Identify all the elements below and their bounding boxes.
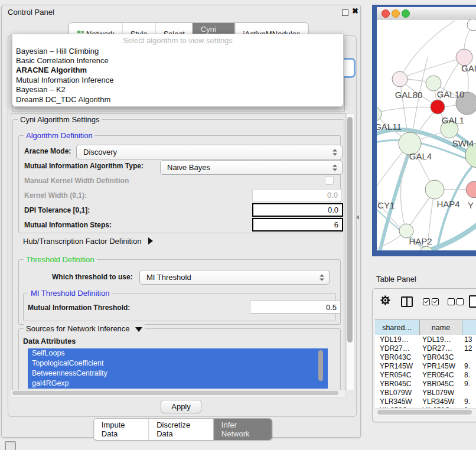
zoom-traffic-light-icon[interactable] — [402, 9, 410, 18]
attribute-selfloops[interactable]: SelfLoops — [28, 348, 328, 358]
node-label: GAL80 — [395, 90, 423, 100]
cell: YDR27… — [375, 344, 420, 353]
table-row[interactable]: YPR145WYPR145W9. — [375, 361, 476, 370]
network-edge[interactable] — [377, 107, 435, 113]
algorithm-option-bayesian-k2[interactable]: Bayesian – K2 — [12, 85, 343, 94]
network-node-gal1-red[interactable] — [431, 100, 445, 114]
apply-button[interactable]: Apply — [161, 400, 201, 413]
data-attributes-list[interactable]: SelfLoopsTopologicalCoefficientBetweenne… — [28, 348, 328, 389]
mi-threshold-field[interactable]: 0.5 — [250, 301, 341, 314]
network-window-titlebar[interactable] — [377, 7, 476, 19]
table-row[interactable]: YBL079WYBL079W — [375, 388, 476, 397]
manual-kernel-width-checkbox[interactable] — [325, 176, 334, 185]
control-panel-window: Control Panel ✖ NetworkStyleSelectCyni T… — [1, 5, 361, 438]
node-label: Y — [468, 200, 474, 210]
sources-legend[interactable]: Sources for Network Inference — [24, 324, 145, 333]
apply-button-label: Apply — [171, 402, 191, 411]
mi-steps-field[interactable]: 6 — [252, 218, 343, 231]
which-threshold-label: Which threshold to use: — [52, 273, 133, 281]
attribute-betweennesscentrality[interactable]: BetweennessCentrality — [28, 369, 328, 379]
network-canvas[interactable]: GALGAL80GAL10GAL11GAL1SWI4GAL4GCY1HAP4YH… — [377, 19, 476, 250]
minimize-traffic-light-icon[interactable] — [392, 9, 400, 18]
table-row[interactable]: YDL19…YDL19…13 — [375, 335, 476, 344]
tab-label: Infer Network — [221, 420, 264, 438]
network-node-salmon[interactable] — [466, 181, 476, 198]
tab-impute-data[interactable]: Impute Data — [94, 419, 148, 440]
close-icon[interactable]: ✖ — [352, 6, 358, 15]
settings-horizontal-scrollbar[interactable] — [11, 390, 346, 397]
column-header-name[interactable]: name — [420, 320, 462, 335]
node-label: HAP2 — [409, 236, 432, 246]
scrollbar-thumb[interactable] — [12, 391, 338, 395]
which-threshold-combobox[interactable]: MI Threshold — [139, 270, 330, 285]
network-node-gal11[interactable] — [377, 107, 382, 121]
mi-algorithm-type-value: Naive Bayes — [167, 163, 210, 172]
checked-checkbox-icon[interactable] — [423, 298, 430, 305]
cell: YER054C — [420, 371, 462, 379]
minimized-panel-icon[interactable] — [5, 441, 16, 450]
attributes-list-scrollbar[interactable] — [318, 350, 323, 381]
table-row[interactable]: YBR045CYBR045C9. — [375, 379, 476, 388]
mi-steps-label: Mutual Information Steps: — [24, 221, 112, 229]
column-header-shared[interactable]: shared… — [375, 320, 420, 335]
network-edge[interactable] — [401, 57, 464, 78]
scrollbar-thumb[interactable] — [377, 410, 472, 415]
dpi-tolerance-field[interactable]: 0.0 — [252, 203, 343, 217]
kernel-width-value: 0.0 — [327, 191, 338, 200]
table-row[interactable]: YER054CYER054C8. — [375, 370, 476, 379]
dpi-tolerance-value: 0.0 — [328, 206, 338, 214]
network-node-gal80[interactable] — [392, 71, 407, 87]
kernel-width-field[interactable]: 0.0 — [252, 189, 342, 201]
table-horizontal-scrollbar[interactable] — [375, 408, 476, 416]
network-graph: GALGAL80GAL10GAL11GAL1SWI4GAL4GCY1HAP4YH… — [377, 19, 476, 250]
algorithm-option-aracne-algorithm[interactable]: ARACNE Algorithm — [12, 66, 343, 75]
tab-infer-network[interactable]: Infer Network — [213, 419, 272, 440]
hub-definition-toggle[interactable]: Hub/Transcription Factor Definition — [23, 237, 153, 246]
kernel-width-label: Kernel Width (0,1): — [24, 191, 87, 200]
chevron-updown-icon — [319, 274, 324, 281]
table-mode-icon[interactable] — [469, 295, 476, 308]
table-toolbar — [373, 289, 476, 318]
column-layout-icon[interactable] — [401, 296, 413, 307]
network-edge[interactable] — [400, 80, 409, 141]
table-body: YDL19…YDL19…13YDR27…YDR27…12YBR043CYBR04… — [375, 335, 476, 408]
algorithm-option-dream8-dc-tdc-algorithm[interactable]: Dream8 DC_TDC Algorithm — [12, 94, 343, 104]
network-view-inner: GALGAL80GAL10GAL11GAL1SWI4GAL4GCY1HAP4YH… — [377, 7, 476, 250]
sources-legend-text: Sources for Network Inference — [26, 324, 130, 333]
unchecked-checkbox-icon[interactable] — [448, 298, 455, 305]
cell: YPR145W — [375, 362, 420, 370]
mi-threshold-label: Mutual Information Threshold: — [28, 304, 130, 312]
aracne-mode-value: Discovery — [83, 148, 117, 156]
cell: 9. — [462, 362, 476, 370]
cell: YBR043C — [375, 353, 420, 361]
attribute-gal4rgexp[interactable]: gal4RGexp — [28, 379, 328, 389]
tab-label: Discretize Data — [157, 420, 206, 438]
node-label: GAL10 — [437, 89, 465, 99]
table-row[interactable]: YDR27…YDR27…12 — [375, 344, 476, 353]
network-node-hap4[interactable] — [425, 180, 444, 199]
aracne-mode-combobox[interactable]: Discovery — [76, 145, 343, 159]
checked-checkbox-icon[interactable] — [432, 298, 439, 305]
attribute-topologicalcoefficient[interactable]: TopologicalCoefficient — [28, 358, 328, 369]
chevron-updown-icon — [332, 164, 337, 171]
network-node-top[interactable] — [467, 19, 476, 31]
algorithm-option-bayesian-hill-climbing[interactable]: Bayesian – Hill Climbing — [12, 46, 343, 56]
settings-vertical-scrollbar[interactable] — [346, 113, 355, 390]
table-row[interactable]: YBR043CYBR043C — [375, 353, 476, 361]
network-node-bottom[interactable] — [420, 246, 433, 250]
panel-divider-handle[interactable] — [356, 215, 359, 220]
mi-algorithm-type-combobox[interactable]: Naive Bayes — [160, 160, 343, 175]
algorithm-option-basic-correlation-inference[interactable]: Basic Correlation Inference — [12, 56, 343, 65]
node-label: GCY1 — [377, 200, 395, 210]
column-header-partial[interactable] — [462, 320, 476, 335]
algorithm-option-mutual-information-inference[interactable]: Mutual Information Inference — [12, 75, 343, 84]
close-traffic-light-icon[interactable] — [382, 9, 390, 18]
scrollbar-thumb[interactable] — [347, 117, 353, 343]
gear-icon[interactable] — [380, 295, 391, 308]
table-row[interactable]: YLR345WYLR345W9. — [375, 397, 476, 406]
cell: YBR045C — [420, 380, 462, 388]
unchecked-checkbox-icon[interactable] — [457, 298, 464, 305]
float-window-icon[interactable] — [342, 9, 348, 16]
tab-discretize-data[interactable]: Discretize Data — [148, 419, 213, 440]
node-label: SWI4 — [452, 138, 474, 148]
